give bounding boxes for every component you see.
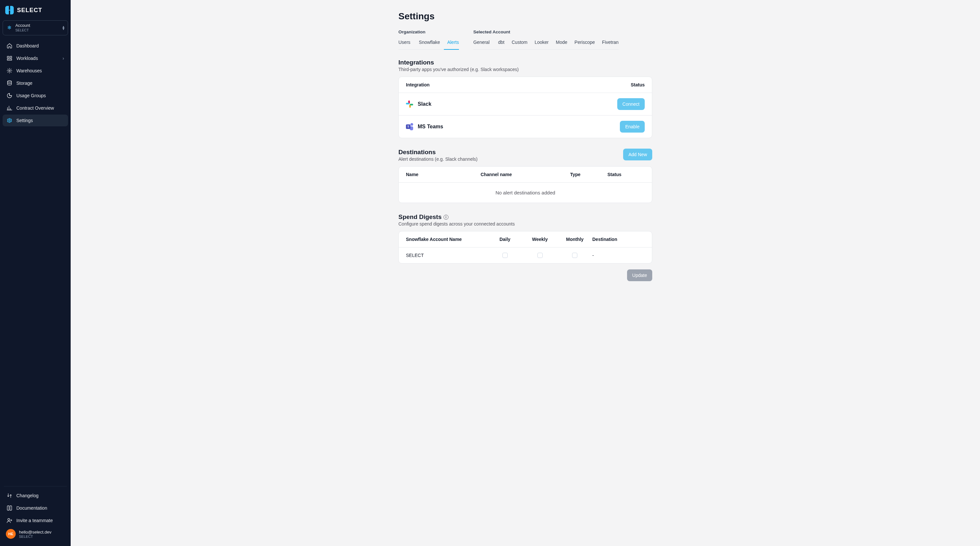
sidebar-item-documentation[interactable]: Documentation: [3, 502, 68, 514]
sidebar-item-label: Workloads: [16, 56, 38, 61]
tab-group-organization: Organization Users Snowflake Alerts: [398, 28, 459, 50]
spend-digests-section: Spend Digestsi Configure spend digests a…: [398, 214, 652, 281]
brand-text: SELECT: [17, 7, 42, 14]
integrations-title: Integrations: [398, 59, 519, 66]
tab-users[interactable]: Users: [398, 37, 414, 49]
snowflake-icon: ❄: [6, 25, 12, 31]
sidebar-item-settings[interactable]: Settings: [3, 115, 68, 126]
spend-digests-title-text: Spend Digests: [398, 214, 442, 220]
connect-slack-button[interactable]: Connect: [617, 98, 645, 110]
sidebar-item-usage-groups[interactable]: Usage Groups: [3, 90, 68, 102]
swap-icon: [6, 493, 13, 498]
spend-digests-title: Spend Digestsi: [398, 214, 515, 220]
tab-looker[interactable]: Looker: [531, 37, 552, 49]
col-name: Name: [406, 172, 480, 177]
sidebar-item-label: Dashboard: [16, 43, 39, 48]
destinations-section: Destinations Alert destinations (e.g. Sl…: [398, 148, 652, 203]
brand-logo: SELECT: [3, 5, 68, 18]
col-channel: Channel name: [480, 172, 570, 177]
svg-point-6: [8, 519, 10, 520]
col-status: Status: [608, 172, 645, 177]
chevron-right-icon: ›: [62, 56, 64, 61]
slack-icon: [406, 101, 413, 108]
user-menu[interactable]: HE hello@select.dev SELECT: [3, 526, 68, 541]
integrations-section: Integrations Third-party apps you've aut…: [398, 59, 652, 138]
col-destination: Destination: [592, 237, 645, 242]
daily-checkbox[interactable]: [503, 253, 508, 258]
destination-value: -: [592, 253, 645, 258]
monthly-checkbox[interactable]: [572, 253, 578, 258]
spend-digest-row: SELECT -: [399, 247, 652, 263]
sidebar-item-storage[interactable]: Storage: [3, 77, 68, 89]
integration-row-msteams: T MS Teams Enable: [399, 115, 652, 138]
tab-group-selected-account: Selected Account General dbt Custom Look…: [473, 28, 619, 50]
account-selector[interactable]: ❄ Account SELECT ▴▾: [3, 20, 68, 35]
user-plus-icon: [6, 517, 13, 524]
integrations-table: Integration Status Slack Connect T MS Te…: [398, 77, 652, 138]
brand-mark-icon: [5, 6, 14, 14]
page-title: Settings: [398, 11, 652, 22]
tab-group-label: Selected Account: [473, 28, 619, 37]
account-selector-value: SELECT: [15, 28, 59, 32]
integration-name: Slack: [418, 101, 617, 107]
weekly-checkbox[interactable]: [538, 253, 542, 258]
teams-icon: T: [406, 123, 413, 130]
book-icon: [6, 505, 13, 511]
sidebar-item-label: Invite a teammate: [16, 518, 52, 523]
sidebar-item-label: Warehouses: [16, 68, 42, 73]
account-selector-label: Account: [15, 23, 59, 28]
database-icon: [6, 80, 13, 86]
sidebar-item-label: Contract Overview: [16, 105, 54, 111]
info-icon[interactable]: i: [444, 215, 449, 220]
pie-chart-icon: [6, 93, 13, 99]
integration-name: MS Teams: [418, 124, 620, 129]
sidebar-item-label: Storage: [16, 80, 32, 86]
avatar: HE: [6, 529, 16, 539]
tab-group-label: Organization: [398, 28, 459, 37]
tab-dbt[interactable]: dbt: [495, 37, 508, 49]
add-destination-button[interactable]: Add New: [623, 148, 652, 160]
tab-fivetran[interactable]: Fivetran: [599, 37, 619, 49]
warehouse-icon: [6, 68, 13, 73]
home-icon: [6, 43, 13, 49]
gear-icon: [6, 118, 13, 123]
tab-periscope[interactable]: Periscope: [571, 37, 598, 49]
col-status: Status: [631, 82, 645, 88]
svg-point-5: [9, 120, 11, 121]
user-org: SELECT: [19, 535, 51, 538]
sidebar-item-dashboard[interactable]: Dashboard: [3, 40, 68, 52]
integrations-subtitle: Third-party apps you've authorized (e.g.…: [398, 67, 519, 72]
sidebar: SELECT ❄ Account SELECT ▴▾ Dashboard Wor…: [0, 0, 71, 546]
sidebar-item-invite[interactable]: Invite a teammate: [3, 514, 68, 526]
sidebar-item-label: Usage Groups: [16, 93, 46, 98]
update-button[interactable]: Update: [627, 270, 652, 281]
sidebar-item-workloads[interactable]: Workloads ›: [3, 53, 68, 64]
main-content: Settings Organization Users Snowflake Al…: [71, 0, 980, 546]
tab-mode[interactable]: Mode: [552, 37, 571, 49]
tab-alerts[interactable]: Alerts: [444, 37, 459, 49]
sidebar-item-label: Documentation: [16, 505, 47, 511]
chevron-up-down-icon: ▴▾: [62, 26, 64, 30]
account-selector-text: Account SELECT: [15, 23, 59, 32]
svg-rect-0: [7, 56, 9, 58]
integration-row-slack: Slack Connect: [399, 93, 652, 115]
destinations-subtitle: Alert destinations (e.g. Slack channels): [398, 156, 477, 162]
destinations-title: Destinations: [398, 148, 477, 156]
tab-custom[interactable]: Custom: [508, 37, 531, 49]
col-weekly: Weekly: [522, 237, 557, 242]
enable-teams-button[interactable]: Enable: [620, 121, 645, 133]
user-menu-texts: hello@select.dev SELECT: [19, 530, 51, 538]
col-snowflake-account: Snowflake Account Name: [406, 237, 487, 242]
tab-general[interactable]: General: [473, 37, 493, 49]
settings-tab-groups: Organization Users Snowflake Alerts Sele…: [398, 28, 652, 50]
sidebar-item-warehouses[interactable]: Warehouses: [3, 65, 68, 77]
tab-snowflake[interactable]: Snowflake: [416, 37, 444, 49]
sidebar-item-contract-overview[interactable]: Contract Overview: [3, 102, 68, 114]
user-email: hello@select.dev: [19, 530, 51, 535]
col-monthly: Monthly: [557, 237, 592, 242]
sidebar-item-changelog[interactable]: Changelog: [3, 490, 68, 501]
account-name: SELECT: [406, 253, 487, 258]
spend-digests-subtitle: Configure spend digests across your conn…: [398, 221, 515, 227]
svg-point-3: [9, 70, 11, 71]
sidebar-divider: [4, 486, 67, 487]
